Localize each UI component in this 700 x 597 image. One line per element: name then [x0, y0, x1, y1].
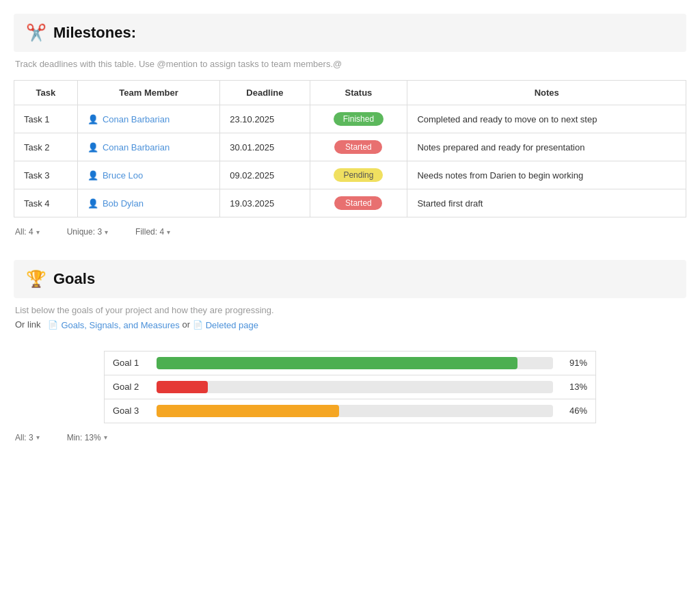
- cell-task: Task 4: [14, 189, 78, 217]
- member-name: Conan Barbarian: [103, 114, 170, 124]
- goals-description: List below the goals of your project and…: [14, 305, 686, 315]
- goals-link-or: or: [182, 319, 192, 330]
- member-name: Bruce Loo: [103, 170, 143, 181]
- goal-bar: [157, 381, 208, 393]
- cell-deadline: 09.02.2025: [220, 161, 310, 189]
- status-badge: Pending: [334, 168, 383, 182]
- goals-all-arrow: ▾: [36, 434, 40, 441]
- milestones-section: ✂️ Milestones: Track deadlines with this…: [14, 14, 686, 239]
- goal-label: Goal 1: [113, 358, 147, 368]
- cell-status: Started: [310, 133, 407, 161]
- cell-deadline: 19.03.2025: [220, 189, 310, 217]
- goals-min-arrow: ▾: [104, 434, 107, 441]
- goals-footer: All: 3 ▾ Min: 13% ▾: [14, 430, 686, 445]
- milestones-header: ✂️ Milestones:: [14, 14, 686, 52]
- goals-header: 🏆 Goals: [14, 260, 686, 298]
- cell-member: 👤Conan Barbarian: [77, 133, 219, 161]
- goals-footer-min[interactable]: Min: 13% ▾: [67, 433, 107, 442]
- milestones-icon: ✂️: [26, 23, 46, 42]
- cell-member: 👤Bruce Loo: [77, 161, 219, 189]
- cell-task: Task 3: [14, 161, 78, 189]
- goal-label: Goal 3: [113, 406, 147, 416]
- goal-percent: 46%: [563, 406, 587, 416]
- table-header-row: Task Team Member Deadline Status Notes: [14, 81, 686, 105]
- goal-bar-container: [157, 357, 553, 369]
- status-badge: Started: [334, 196, 382, 210]
- col-task: Task: [14, 81, 78, 105]
- milestones-table: Task Team Member Deadline Status Notes T…: [14, 80, 686, 217]
- col-status: Status: [310, 81, 407, 105]
- table-row: Task 2👤Conan Barbarian30.01.2025StartedN…: [14, 133, 686, 161]
- person-icon: 👤: [88, 198, 98, 209]
- goals-icon: 🏆: [26, 269, 46, 289]
- goal-row: Goal 346%: [105, 399, 595, 423]
- goals-section: 🏆 Goals List below the goals of your pro…: [14, 260, 686, 445]
- col-deadline: Deadline: [220, 81, 310, 105]
- col-member: Team Member: [77, 81, 219, 105]
- cell-deadline: 30.01.2025: [220, 133, 310, 161]
- cell-task: Task 1: [14, 105, 78, 133]
- goals-title: Goals: [53, 270, 95, 288]
- footer-filled[interactable]: Filled: 4 ▾: [135, 227, 170, 237]
- table-row: Task 4👤Bob Dylan19.03.2025StartedStarted…: [14, 189, 686, 217]
- goals-link-1[interactable]: 📄 Goals, Signals, and Measures: [48, 320, 179, 330]
- goal-bar-container: [157, 405, 553, 417]
- col-notes: Notes: [407, 81, 686, 105]
- filled-dropdown-arrow: ▾: [167, 228, 170, 236]
- cell-member: 👤Conan Barbarian: [77, 105, 219, 133]
- goal-percent: 91%: [563, 358, 587, 368]
- footer-all[interactable]: All: 4 ▾: [15, 227, 40, 237]
- member-name: Bob Dylan: [103, 198, 144, 209]
- table-row: Task 1👤Conan Barbarian23.10.2025Finished…: [14, 105, 686, 133]
- cell-status: Started: [310, 189, 407, 217]
- status-badge: Started: [334, 140, 382, 154]
- milestones-title: Milestones:: [53, 24, 136, 42]
- goal-row: Goal 191%: [105, 351, 595, 375]
- goals-footer-all[interactable]: All: 3 ▾: [15, 433, 40, 442]
- unique-dropdown-arrow: ▾: [105, 228, 108, 236]
- cell-notes: Needs notes from Darien to begin working: [407, 161, 686, 189]
- cell-member: 👤Bob Dylan: [77, 189, 219, 217]
- link1-icon: 📄: [48, 320, 58, 330]
- goals-chart: Goal 191%Goal 213%Goal 346%: [104, 351, 596, 423]
- goal-row: Goal 213%: [105, 375, 595, 399]
- cell-notes: Notes prepared and ready for presentatio…: [407, 133, 686, 161]
- person-icon: 👤: [88, 142, 98, 152]
- table-row: Task 3👤Bruce Loo09.02.2025PendingNeeds n…: [14, 161, 686, 189]
- cell-notes: Started first draft: [407, 189, 686, 217]
- cell-status: Finished: [310, 105, 407, 133]
- goal-bar: [157, 405, 339, 417]
- link2-icon: 📄: [193, 320, 203, 330]
- cell-status: Pending: [310, 161, 407, 189]
- goal-percent: 13%: [563, 382, 587, 392]
- all-dropdown-arrow: ▾: [36, 228, 40, 236]
- goal-bar-container: [157, 381, 553, 393]
- milestones-table-footer: All: 4 ▾ Unique: 3 ▾ Filled: 4 ▾: [14, 224, 686, 239]
- goal-label: Goal 2: [113, 382, 147, 392]
- milestones-description: Track deadlines with this table. Use @me…: [14, 59, 686, 69]
- person-icon: 👤: [88, 170, 98, 181]
- cell-task: Task 2: [14, 133, 78, 161]
- cell-deadline: 23.10.2025: [220, 105, 310, 133]
- footer-unique[interactable]: Unique: 3 ▾: [67, 227, 108, 237]
- goal-bar: [157, 357, 517, 369]
- member-name: Conan Barbarian: [103, 142, 170, 152]
- person-icon: 👤: [88, 114, 98, 124]
- goals-link-2[interactable]: 📄 Deleted page: [193, 320, 258, 330]
- status-badge: Finished: [334, 112, 383, 126]
- goals-link-prefix: Or link: [15, 319, 41, 330]
- cell-notes: Completed and ready to move on to next s…: [407, 105, 686, 133]
- goals-link-line: Or link 📄 Goals, Signals, and Measures o…: [14, 319, 686, 330]
